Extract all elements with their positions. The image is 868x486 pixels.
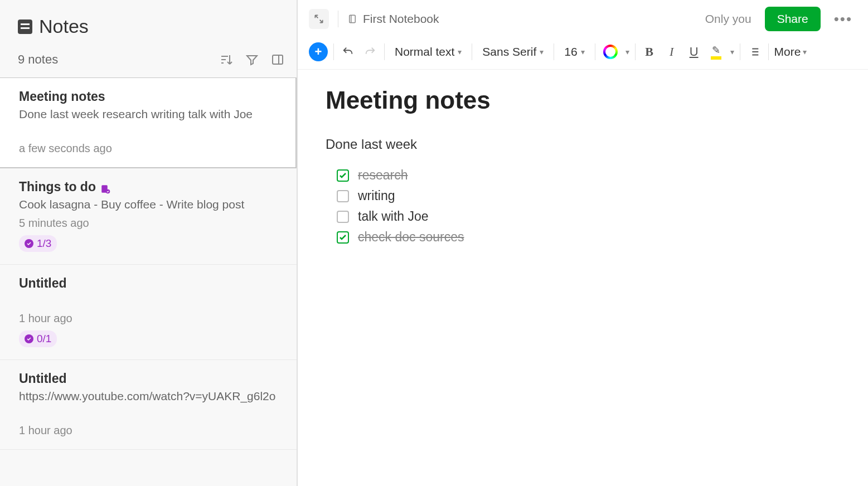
checklist-item[interactable]: writing — [337, 188, 840, 203]
checkbox[interactable] — [337, 190, 349, 202]
notebook-selector[interactable]: First Notebook — [347, 12, 439, 26]
text-style-selector[interactable]: Normal text ▾ — [390, 45, 466, 59]
note-item-time: 1 hour ago — [19, 312, 278, 325]
svg-rect-0 — [273, 55, 283, 64]
sidebar-title: Notes — [39, 16, 89, 37]
task-progress-badge: 1/3 — [19, 235, 57, 252]
checklist[interactable]: research writing talk with Joe check doc… — [326, 168, 840, 245]
formatting-toolbar: + Normal text ▾ Sans Serif ▾ 16 ▾ ▾ B I — [298, 38, 868, 70]
chevron-down-icon: ▾ — [581, 47, 585, 56]
task-progress-text: 0/1 — [37, 333, 51, 345]
sidebar-subheader: 9 notes — [0, 46, 297, 77]
divider — [333, 43, 334, 60]
note-count: 9 notes — [18, 52, 58, 67]
checklist-item[interactable]: talk with Joe — [337, 209, 840, 224]
chevron-down-icon[interactable]: ▾ — [625, 47, 629, 56]
undo-button[interactable] — [340, 42, 356, 61]
view-toggle-button[interactable] — [270, 52, 285, 67]
italic-button[interactable]: I — [663, 42, 680, 61]
task-note-icon — [100, 182, 110, 192]
note-item-snippet: Cook lasagna - Buy coffee - Write blog p… — [19, 198, 278, 211]
color-wheel-icon — [603, 45, 618, 59]
note-item-title: Untitled — [19, 276, 278, 291]
chevron-down-icon[interactable]: ▾ — [730, 47, 734, 56]
highlight-button[interactable]: ✎ — [708, 42, 725, 61]
note-item-title: Things to do — [19, 179, 278, 195]
note-section-heading[interactable]: Done last week — [326, 137, 840, 152]
highlighter-icon: ✎ — [711, 44, 721, 60]
share-button[interactable]: Share — [765, 7, 821, 31]
font-size-selector[interactable]: 16 ▾ — [560, 45, 589, 59]
font-family-label: Sans Serif — [482, 45, 536, 59]
note-item-title: Meeting notes — [19, 89, 277, 104]
divider — [384, 43, 385, 60]
check-circle-icon — [25, 239, 33, 248]
note-item[interactable]: Things to do Cook lasagna - Buy coffee -… — [0, 168, 297, 265]
filter-button[interactable] — [244, 52, 260, 67]
divider — [740, 43, 740, 60]
more-formatting-button[interactable]: More ▾ — [774, 45, 807, 59]
divider — [338, 11, 338, 27]
check-circle-icon — [25, 334, 33, 343]
list-button[interactable] — [746, 42, 763, 61]
more-label: More — [774, 45, 801, 59]
checklist-item[interactable]: check doc sources — [337, 230, 840, 245]
chevron-down-icon: ▾ — [458, 47, 462, 56]
checklist-item-text: writing — [358, 188, 395, 203]
note-editor[interactable]: Meeting notes Done last week research wr… — [298, 70, 868, 267]
checkbox[interactable] — [337, 169, 349, 182]
insert-button[interactable]: + — [309, 42, 328, 61]
more-menu-button[interactable]: ••• — [830, 11, 857, 28]
checkbox[interactable] — [337, 231, 349, 244]
checklist-item-text: talk with Joe — [358, 209, 429, 224]
note-item[interactable]: Meeting notes Done last week research wr… — [0, 77, 297, 168]
text-color-button[interactable] — [601, 42, 620, 61]
notes-icon — [18, 20, 32, 34]
task-progress-badge: 0/1 — [19, 331, 57, 347]
note-item-time: 5 minutes ago — [19, 217, 278, 230]
note-item-snippet: https://www.youtube.com/watch?v=yUAKR_g6… — [19, 390, 278, 403]
divider — [554, 43, 554, 60]
divider — [595, 43, 595, 60]
divider — [472, 43, 472, 60]
visibility-label: Only you — [705, 12, 751, 26]
font-family-selector[interactable]: Sans Serif ▾ — [478, 45, 548, 59]
underline-button[interactable]: U — [686, 42, 702, 61]
note-list[interactable]: Meeting notes Done last week research wr… — [0, 77, 297, 486]
bold-button[interactable]: B — [641, 42, 658, 61]
sidebar-header: Notes — [0, 0, 297, 46]
checklist-item-text: check doc sources — [358, 230, 464, 245]
note-title[interactable]: Meeting notes — [326, 86, 840, 114]
note-item[interactable]: Untitled 1 hour ago 0/1 — [0, 265, 297, 360]
note-item-time: 1 hour ago — [19, 424, 278, 437]
redo-button[interactable] — [362, 42, 379, 61]
chevron-down-icon: ▾ — [803, 47, 807, 56]
note-item[interactable]: Untitled https://www.youtube.com/watch?v… — [0, 360, 297, 450]
editor-panel: First Notebook Only you Share ••• + Norm… — [298, 0, 868, 486]
notebook-name: First Notebook — [363, 12, 439, 26]
divider — [768, 43, 769, 60]
note-item-title-text: Things to do — [19, 179, 96, 195]
checkbox[interactable] — [337, 211, 349, 223]
sort-button[interactable] — [219, 52, 234, 67]
checklist-item[interactable]: research — [337, 168, 840, 183]
expand-button[interactable] — [309, 9, 329, 29]
divider — [635, 43, 636, 60]
text-style-label: Normal text — [395, 45, 454, 59]
task-progress-text: 1/3 — [37, 237, 51, 250]
notebook-icon — [347, 13, 357, 25]
note-item-time: a few seconds ago — [19, 142, 277, 155]
note-item-snippet: Done last week research writing talk wit… — [19, 108, 277, 121]
checklist-item-text: research — [358, 168, 408, 183]
chevron-down-icon: ▾ — [540, 47, 544, 56]
font-size-label: 16 — [564, 45, 577, 59]
note-item-title: Untitled — [19, 371, 278, 386]
svg-rect-3 — [350, 15, 356, 23]
editor-topbar: First Notebook Only you Share ••• — [298, 0, 868, 38]
notes-sidebar: Notes 9 notes Meeting notes Done last we… — [0, 0, 298, 486]
